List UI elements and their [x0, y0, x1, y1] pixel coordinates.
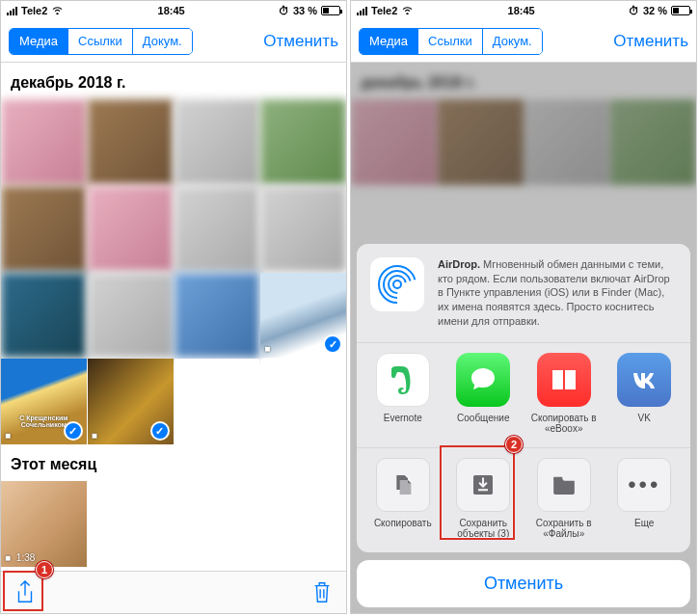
app-evernote[interactable]: Evernote [363, 353, 444, 434]
thumb[interactable] [88, 99, 174, 185]
content: декабрь 2018 г. ■ ✓ С Крещенским Сочельн… [1, 63, 346, 571]
more-icon: ••• [628, 473, 660, 496]
airdrop-row[interactable]: AirDrop. Мгновенный обмен данными с теми… [357, 244, 690, 342]
folder-icon [550, 470, 578, 499]
action-row: Скопировать Сохранить объекты (3) [357, 447, 690, 552]
share-button[interactable] [14, 580, 36, 605]
sheet-cancel-button[interactable]: Отменить [357, 560, 690, 607]
cancel-button[interactable]: Отменить [263, 32, 338, 51]
video-indicator-icon: ■ [92, 430, 100, 441]
check-icon: ✓ [150, 421, 170, 441]
carrier-label: Tele2 [21, 5, 47, 16]
copy-icon [389, 470, 417, 499]
navbar: Медиа Ссылки Докум. Отменить [1, 20, 346, 63]
thumb[interactable] [260, 99, 346, 185]
battery-icon [671, 6, 690, 15]
svg-point-1 [389, 276, 406, 293]
thumb[interactable] [1, 99, 87, 185]
evernote-icon [384, 361, 422, 399]
thumb[interactable] [1, 273, 87, 359]
wifi-icon [401, 5, 414, 16]
tab-docs[interactable]: Докум. [483, 29, 542, 54]
phone-right: Tele2 18:45 ⏱ 32 % Медиа Ссылки Докум. О… [350, 0, 697, 614]
app-label: Evernote [384, 413, 422, 423]
status-left: Tele2 [357, 5, 414, 16]
app-row: Evernote Сообщение [357, 342, 690, 447]
tab-media[interactable]: Медиа [10, 29, 68, 54]
segmented-control: Медиа Ссылки Докум. [359, 28, 543, 55]
status-bar: Tele2 18:45 ⏱ 32 % [351, 1, 696, 20]
battery-percent: 33 % [293, 5, 317, 16]
app-label: Сообщение [457, 413, 509, 423]
app-eboox[interactable]: Скопировать в «eBoox» [524, 353, 605, 434]
tab-links[interactable]: Ссылки [68, 29, 133, 54]
video-indicator-icon: ■ [264, 343, 273, 354]
thumb[interactable] [88, 186, 174, 272]
app-vk[interactable]: VK [605, 353, 686, 434]
thumb[interactable] [175, 99, 260, 185]
thumb[interactable] [260, 186, 346, 272]
check-icon: ✓ [323, 335, 342, 354]
action-save-objects[interactable]: Сохранить объекты (3) [444, 458, 524, 539]
app-label: VK [638, 413, 651, 423]
thumb[interactable] [88, 273, 174, 359]
thumb-grid: ■ ✓ С Крещенским Сочельником ■ ✓ ■ ✓ [1, 99, 346, 444]
app-label: Скопировать в «eBoox» [528, 413, 600, 434]
thumb-selected[interactable]: ■ ✓ [88, 359, 174, 444]
cancel-button[interactable]: Отменить [613, 32, 688, 51]
segmented-control: Медиа Ссылки Докум. [9, 28, 193, 55]
trash-button[interactable] [311, 580, 333, 605]
share-icon [14, 580, 36, 605]
signal-icon [357, 7, 367, 15]
action-label: Сохранить в «Файлы» [528, 518, 600, 539]
callout-badge-2: 2 [505, 436, 523, 453]
thumb-empty [260, 359, 346, 444]
svg-point-0 [393, 281, 401, 288]
trash-icon [311, 580, 333, 605]
tab-links[interactable]: Ссылки [418, 29, 483, 54]
thumb[interactable] [1, 186, 87, 272]
messages-icon [466, 362, 500, 397]
sheet-card: AirDrop. Мгновенный обмен данными с теми… [357, 244, 690, 552]
action-more[interactable]: ••• Еще [605, 458, 686, 539]
battery-percent: 32 % [643, 5, 667, 16]
tab-docs[interactable]: Докум. [133, 29, 192, 54]
airdrop-icon [370, 257, 424, 311]
airdrop-text: AirDrop. Мгновенный обмен данными с теми… [438, 257, 677, 329]
carrier-label: Tele2 [371, 5, 397, 16]
wifi-icon [51, 5, 64, 16]
check-icon: ✓ [64, 421, 83, 441]
thumb[interactable] [175, 273, 260, 359]
status-right: ⏱ 33 % [279, 5, 340, 16]
video-indicator: ■ 1:38 [5, 552, 35, 563]
status-time: 18:45 [158, 5, 185, 16]
action-label: Еще [634, 518, 654, 528]
status-time: 18:45 [508, 5, 535, 16]
section-december: декабрь 2018 г. [1, 63, 346, 99]
vk-icon [625, 361, 663, 399]
thumb-grid-2: ■ 1:38 [1, 481, 346, 567]
action-label: Сохранить объекты (3) [447, 518, 519, 539]
thumb-selected[interactable]: С Крещенским Сочельником ■ ✓ [1, 359, 87, 444]
tab-media[interactable]: Медиа [360, 29, 418, 54]
action-save-files[interactable]: Сохранить в «Файлы» [524, 458, 605, 539]
signal-icon [7, 7, 17, 15]
thumb[interactable]: ■ 1:38 [1, 481, 87, 567]
navbar: Медиа Ссылки Докум. Отменить [351, 20, 696, 63]
svg-rect-6 [553, 477, 562, 480]
alarm-icon: ⏱ [629, 5, 639, 16]
app-messages[interactable]: Сообщение [444, 353, 524, 434]
phone-left: Tele2 18:45 ⏱ 33 % Медиа Ссылки Докум. О… [0, 0, 347, 614]
callout-badge-1: 1 [36, 561, 53, 578]
thumb-selected[interactable]: ■ ✓ [260, 273, 346, 359]
battery-icon [321, 6, 340, 15]
save-icon [469, 470, 497, 499]
thumb-empty [175, 359, 260, 444]
thumb[interactable] [175, 186, 260, 272]
action-copy[interactable]: Скопировать [363, 458, 444, 539]
content: декабрь 2018 г. [351, 63, 696, 613]
eboox-icon [547, 362, 581, 397]
status-right: ⏱ 32 % [629, 5, 690, 16]
share-sheet: AirDrop. Мгновенный обмен данными с теми… [357, 244, 690, 607]
section-this-month: Этот месяц [1, 444, 346, 481]
